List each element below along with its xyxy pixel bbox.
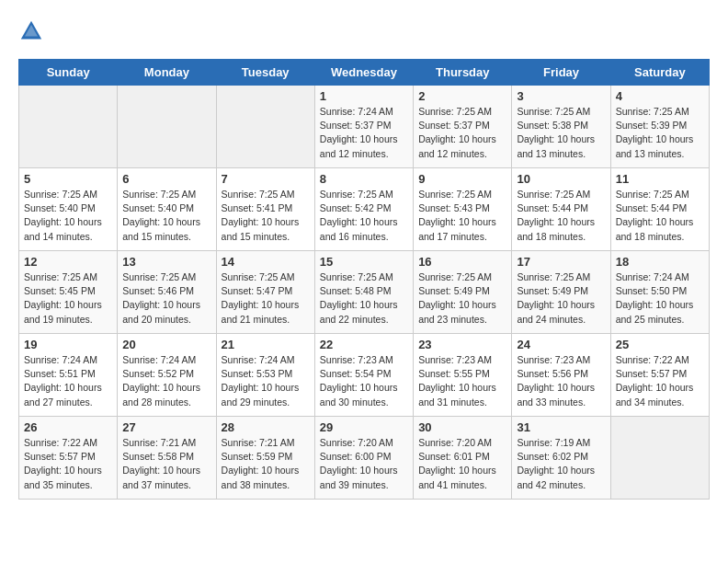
week-row-0: 1Sunrise: 7:24 AMSunset: 5:37 PMDaylight… bbox=[19, 86, 710, 168]
calendar-cell: 10Sunrise: 7:25 AMSunset: 5:44 PMDayligh… bbox=[512, 168, 610, 251]
day-info: Sunrise: 7:25 AMSunset: 5:40 PMDaylight:… bbox=[122, 188, 210, 244]
calendar-cell: 31Sunrise: 7:19 AMSunset: 6:02 PMDayligh… bbox=[512, 417, 610, 500]
week-row-4: 26Sunrise: 7:22 AMSunset: 5:57 PMDayligh… bbox=[19, 417, 710, 500]
day-number: 4 bbox=[616, 89, 704, 103]
weekday-header-wednesday: Wednesday bbox=[314, 60, 413, 86]
day-number: 6 bbox=[122, 172, 210, 186]
weekday-header-thursday: Thursday bbox=[414, 60, 512, 86]
calendar-cell bbox=[19, 86, 118, 168]
calendar-cell: 25Sunrise: 7:22 AMSunset: 5:57 PMDayligh… bbox=[610, 334, 709, 417]
day-info: Sunrise: 7:25 AMSunset: 5:46 PMDaylight:… bbox=[122, 270, 210, 327]
day-number: 26 bbox=[24, 420, 112, 434]
calendar-cell: 30Sunrise: 7:20 AMSunset: 6:01 PMDayligh… bbox=[414, 417, 512, 500]
day-number: 2 bbox=[418, 89, 506, 103]
weekday-header-row: SundayMondayTuesdayWednesdayThursdayFrid… bbox=[19, 60, 710, 86]
day-number: 19 bbox=[24, 338, 112, 351]
day-number: 15 bbox=[320, 255, 408, 269]
day-number: 8 bbox=[320, 172, 408, 186]
calendar-cell bbox=[118, 86, 216, 168]
day-info: Sunrise: 7:24 AMSunset: 5:37 PMDaylight:… bbox=[320, 105, 408, 161]
calendar-cell: 22Sunrise: 7:23 AMSunset: 5:54 PMDayligh… bbox=[314, 334, 413, 417]
day-info: Sunrise: 7:25 AMSunset: 5:40 PMDaylight:… bbox=[24, 188, 112, 244]
day-info: Sunrise: 7:25 AMSunset: 5:43 PMDaylight:… bbox=[418, 188, 506, 244]
day-info: Sunrise: 7:24 AMSunset: 5:51 PMDaylight:… bbox=[24, 353, 112, 409]
weekday-header-tuesday: Tuesday bbox=[216, 60, 314, 86]
day-info: Sunrise: 7:24 AMSunset: 5:53 PMDaylight:… bbox=[222, 353, 310, 409]
day-number: 3 bbox=[517, 89, 605, 103]
day-info: Sunrise: 7:25 AMSunset: 5:47 PMDaylight:… bbox=[222, 270, 310, 327]
day-number: 30 bbox=[418, 420, 506, 434]
day-info: Sunrise: 7:23 AMSunset: 5:56 PMDaylight:… bbox=[517, 353, 605, 409]
day-info: Sunrise: 7:25 AMSunset: 5:49 PMDaylight:… bbox=[418, 270, 506, 327]
weekday-header-monday: Monday bbox=[118, 60, 216, 86]
day-number: 22 bbox=[320, 338, 408, 351]
calendar-cell bbox=[216, 86, 314, 168]
day-info: Sunrise: 7:23 AMSunset: 5:55 PMDaylight:… bbox=[418, 353, 506, 409]
day-number: 7 bbox=[222, 172, 310, 186]
logo-icon bbox=[18, 18, 44, 44]
day-info: Sunrise: 7:24 AMSunset: 5:50 PMDaylight:… bbox=[616, 270, 704, 327]
calendar-cell: 12Sunrise: 7:25 AMSunset: 5:45 PMDayligh… bbox=[19, 251, 118, 334]
calendar-cell: 24Sunrise: 7:23 AMSunset: 5:56 PMDayligh… bbox=[512, 334, 610, 417]
calendar-cell: 16Sunrise: 7:25 AMSunset: 5:49 PMDayligh… bbox=[414, 251, 512, 334]
day-info: Sunrise: 7:25 AMSunset: 5:42 PMDaylight:… bbox=[320, 188, 408, 244]
day-number: 25 bbox=[616, 338, 704, 351]
day-number: 27 bbox=[122, 420, 210, 434]
calendar-cell: 5Sunrise: 7:25 AMSunset: 5:40 PMDaylight… bbox=[19, 168, 118, 251]
day-info: Sunrise: 7:25 AMSunset: 5:37 PMDaylight:… bbox=[418, 105, 506, 161]
calendar-cell: 15Sunrise: 7:25 AMSunset: 5:48 PMDayligh… bbox=[314, 251, 413, 334]
day-number: 17 bbox=[517, 255, 605, 269]
day-info: Sunrise: 7:25 AMSunset: 5:48 PMDaylight:… bbox=[320, 270, 408, 327]
day-info: Sunrise: 7:21 AMSunset: 5:58 PMDaylight:… bbox=[122, 436, 210, 492]
calendar-cell: 4Sunrise: 7:25 AMSunset: 5:39 PMDaylight… bbox=[610, 86, 709, 168]
day-number: 29 bbox=[320, 420, 408, 434]
calendar-cell: 27Sunrise: 7:21 AMSunset: 5:58 PMDayligh… bbox=[118, 417, 216, 500]
day-info: Sunrise: 7:20 AMSunset: 6:01 PMDaylight:… bbox=[418, 436, 506, 492]
day-info: Sunrise: 7:25 AMSunset: 5:45 PMDaylight:… bbox=[24, 270, 112, 327]
day-number: 18 bbox=[616, 255, 704, 269]
day-info: Sunrise: 7:19 AMSunset: 6:02 PMDaylight:… bbox=[517, 436, 605, 492]
logo bbox=[18, 18, 48, 44]
day-number: 13 bbox=[122, 255, 210, 269]
day-number: 14 bbox=[222, 255, 310, 269]
day-info: Sunrise: 7:25 AMSunset: 5:44 PMDaylight:… bbox=[616, 188, 704, 244]
calendar-cell bbox=[610, 417, 709, 500]
day-number: 21 bbox=[222, 338, 310, 351]
calendar-cell: 6Sunrise: 7:25 AMSunset: 5:40 PMDaylight… bbox=[118, 168, 216, 251]
day-number: 31 bbox=[517, 420, 605, 434]
calendar-cell: 7Sunrise: 7:25 AMSunset: 5:41 PMDaylight… bbox=[216, 168, 314, 251]
day-info: Sunrise: 7:22 AMSunset: 5:57 PMDaylight:… bbox=[616, 353, 704, 409]
weekday-header-saturday: Saturday bbox=[610, 60, 709, 86]
week-row-2: 12Sunrise: 7:25 AMSunset: 5:45 PMDayligh… bbox=[19, 251, 710, 334]
day-info: Sunrise: 7:21 AMSunset: 5:59 PMDaylight:… bbox=[222, 436, 310, 492]
day-number: 5 bbox=[24, 172, 112, 186]
day-info: Sunrise: 7:24 AMSunset: 5:52 PMDaylight:… bbox=[122, 353, 210, 409]
calendar-cell: 13Sunrise: 7:25 AMSunset: 5:46 PMDayligh… bbox=[118, 251, 216, 334]
calendar-cell: 9Sunrise: 7:25 AMSunset: 5:43 PMDaylight… bbox=[414, 168, 512, 251]
calendar-cell: 3Sunrise: 7:25 AMSunset: 5:38 PMDaylight… bbox=[512, 86, 610, 168]
calendar-cell: 14Sunrise: 7:25 AMSunset: 5:47 PMDayligh… bbox=[216, 251, 314, 334]
calendar-cell: 28Sunrise: 7:21 AMSunset: 5:59 PMDayligh… bbox=[216, 417, 314, 500]
calendar-cell: 2Sunrise: 7:25 AMSunset: 5:37 PMDaylight… bbox=[414, 86, 512, 168]
day-info: Sunrise: 7:25 AMSunset: 5:38 PMDaylight:… bbox=[517, 105, 605, 161]
day-number: 20 bbox=[122, 338, 210, 351]
day-number: 23 bbox=[418, 338, 506, 351]
calendar-cell: 21Sunrise: 7:24 AMSunset: 5:53 PMDayligh… bbox=[216, 334, 314, 417]
calendar-cell: 8Sunrise: 7:25 AMSunset: 5:42 PMDaylight… bbox=[314, 168, 413, 251]
calendar-cell: 26Sunrise: 7:22 AMSunset: 5:57 PMDayligh… bbox=[19, 417, 118, 500]
day-info: Sunrise: 7:20 AMSunset: 6:00 PMDaylight:… bbox=[320, 436, 408, 492]
day-number: 10 bbox=[517, 172, 605, 186]
calendar-cell: 29Sunrise: 7:20 AMSunset: 6:00 PMDayligh… bbox=[314, 417, 413, 500]
day-info: Sunrise: 7:23 AMSunset: 5:54 PMDaylight:… bbox=[320, 353, 408, 409]
week-row-3: 19Sunrise: 7:24 AMSunset: 5:51 PMDayligh… bbox=[19, 334, 710, 417]
page-header bbox=[18, 18, 710, 44]
day-info: Sunrise: 7:25 AMSunset: 5:44 PMDaylight:… bbox=[517, 188, 605, 244]
day-info: Sunrise: 7:22 AMSunset: 5:57 PMDaylight:… bbox=[24, 436, 112, 492]
calendar-cell: 23Sunrise: 7:23 AMSunset: 5:55 PMDayligh… bbox=[414, 334, 512, 417]
weekday-header-sunday: Sunday bbox=[19, 60, 118, 86]
day-info: Sunrise: 7:25 AMSunset: 5:41 PMDaylight:… bbox=[222, 188, 310, 244]
weekday-header-friday: Friday bbox=[512, 60, 610, 86]
day-number: 28 bbox=[222, 420, 310, 434]
calendar-cell: 19Sunrise: 7:24 AMSunset: 5:51 PMDayligh… bbox=[19, 334, 118, 417]
calendar-cell: 20Sunrise: 7:24 AMSunset: 5:52 PMDayligh… bbox=[118, 334, 216, 417]
